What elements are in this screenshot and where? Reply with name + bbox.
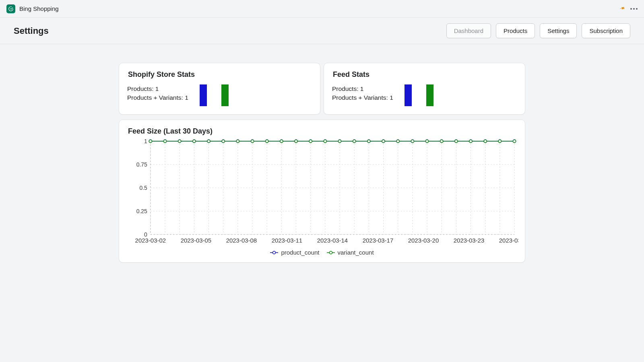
feed-size-chart: 10.750.50.2502023-03-022023-03-052023-03… <box>126 139 518 245</box>
legend-variant-label: variant_count <box>338 249 374 256</box>
svg-text:0.5: 0.5 <box>139 185 147 191</box>
app-icon <box>6 4 15 13</box>
svg-point-78 <box>222 140 225 142</box>
svg-point-86 <box>338 140 341 142</box>
svg-point-74 <box>163 140 166 142</box>
svg-text:0.25: 0.25 <box>136 208 147 214</box>
svg-text:2023-03-11: 2023-03-11 <box>272 237 302 244</box>
svg-text:2023-03-05: 2023-03-05 <box>181 237 211 244</box>
svg-point-89 <box>382 140 385 142</box>
svg-point-102 <box>329 251 332 254</box>
shopify-products-value: 1 <box>155 85 159 92</box>
shopify-stats-title: Shopify Store Stats <box>127 70 312 79</box>
legend-variant-count[interactable]: variant_count <box>327 249 374 256</box>
svg-point-79 <box>236 140 239 142</box>
svg-point-92 <box>425 140 428 142</box>
svg-point-83 <box>295 140 297 142</box>
bar-products <box>405 84 412 106</box>
top-bar-right <box>619 5 638 12</box>
feed-variants-label: Products + Variants: <box>332 94 390 101</box>
svg-text:2023-03-23: 2023-03-23 <box>454 237 484 244</box>
nav-dashboard[interactable]: Dashboard <box>446 23 491 38</box>
feed-size-chart-card: Feed Size (Last 30 Days) 10.750.50.25020… <box>119 119 525 263</box>
chart-legend: product_count variant_count <box>126 245 518 257</box>
feed-variants-value: 1 <box>390 94 393 101</box>
nav-subscription[interactable]: Subscription <box>582 23 630 38</box>
svg-text:2023-03-20: 2023-03-20 <box>408 237 439 244</box>
feed-stats-card: Feed Stats Products: 1 Products + Varian… <box>324 63 525 115</box>
svg-text:1: 1 <box>144 139 147 144</box>
svg-point-87 <box>353 140 356 142</box>
top-bar-left: Bing Shopping <box>6 4 59 13</box>
svg-point-96 <box>484 140 487 142</box>
svg-point-76 <box>193 140 196 142</box>
top-bar: Bing Shopping <box>0 0 644 18</box>
svg-text:2023-03-08: 2023-03-08 <box>226 237 257 244</box>
nav-buttons: Dashboard Products Settings Subscription <box>446 23 630 38</box>
nav-products[interactable]: Products <box>496 23 535 38</box>
bar-variants <box>426 84 433 106</box>
svg-point-100 <box>273 251 276 254</box>
svg-point-82 <box>280 140 283 142</box>
shopify-stats-text: Products: 1 Products + Variants: 1 <box>127 84 188 102</box>
feed-mini-chart <box>405 84 433 106</box>
more-icon[interactable] <box>630 8 638 10</box>
svg-point-88 <box>367 140 370 142</box>
stats-row: Shopify Store Stats Products: 1 Products… <box>119 63 525 115</box>
svg-point-73 <box>149 140 152 142</box>
page-title: Settings <box>14 26 49 36</box>
legend-product-count[interactable]: product_count <box>270 249 319 256</box>
svg-point-97 <box>498 140 501 142</box>
feed-stats-title: Feed Stats <box>332 70 517 79</box>
feed-products-label: Products: <box>332 85 360 92</box>
shopify-products-label: Products: <box>127 85 155 92</box>
feed-products-value: 1 <box>360 85 364 92</box>
content: Shopify Store Stats Products: 1 Products… <box>0 44 644 263</box>
svg-point-81 <box>266 140 268 142</box>
svg-point-77 <box>207 140 210 142</box>
svg-point-75 <box>178 140 181 142</box>
shopify-variants-value: 1 <box>185 94 188 101</box>
svg-point-91 <box>411 140 414 142</box>
svg-point-90 <box>396 140 399 142</box>
header-bar: Settings Dashboard Products Settings Sub… <box>0 18 644 44</box>
svg-text:2023-03-02: 2023-03-02 <box>135 237 166 244</box>
svg-point-94 <box>455 140 458 142</box>
svg-text:2023-03-14: 2023-03-14 <box>317 237 348 244</box>
svg-point-95 <box>469 140 472 142</box>
svg-point-80 <box>251 140 254 142</box>
pin-icon[interactable] <box>617 4 626 13</box>
app-name: Bing Shopping <box>19 5 59 12</box>
bar-variants <box>221 84 229 106</box>
feed-size-chart-title: Feed Size (Last 30 Days) <box>126 127 518 136</box>
svg-point-84 <box>309 140 312 142</box>
shopify-variants-label: Products + Variants: <box>127 94 185 101</box>
legend-product-label: product_count <box>281 249 319 256</box>
shopify-stats-card: Shopify Store Stats Products: 1 Products… <box>119 63 320 115</box>
svg-text:2023-03-17: 2023-03-17 <box>363 237 393 244</box>
feed-stats-text: Products: 1 Products + Variants: 1 <box>332 84 393 102</box>
svg-point-98 <box>513 140 516 142</box>
nav-settings[interactable]: Settings <box>540 23 577 38</box>
shopify-mini-chart <box>200 84 229 106</box>
svg-text:2023-03-27: 2023-03-27 <box>499 237 518 244</box>
bar-products <box>200 84 207 106</box>
svg-text:0.75: 0.75 <box>136 161 147 168</box>
svg-point-93 <box>440 140 443 142</box>
svg-point-85 <box>324 140 326 142</box>
